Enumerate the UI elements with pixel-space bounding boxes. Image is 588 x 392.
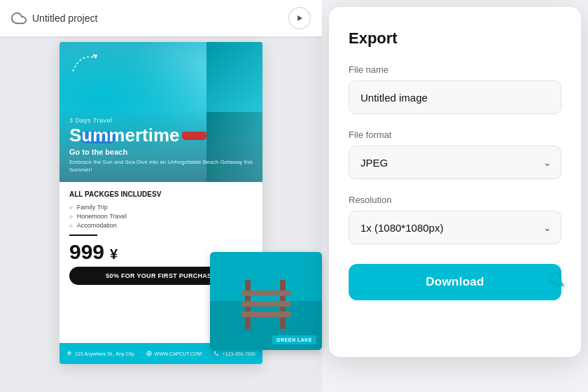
card-overlay-text: 3 Days Travel Summertime Go to the beach…: [59, 108, 262, 182]
play-button[interactable]: [288, 7, 311, 29]
card-top-image: 3 Days Travel Summertime Go to the beach…: [59, 42, 262, 182]
dashed-arrow-icon: [69, 50, 104, 78]
file-format-label: File format: [349, 130, 561, 140]
svg-rect-9: [241, 301, 290, 307]
footer-phone-text: +123-456-7890: [222, 351, 255, 356]
packages-title: ALL PACKGES INCLUDESV: [69, 190, 253, 198]
list-item: Family Trip: [69, 204, 253, 211]
canvas-area: Untitled project: [0, 0, 322, 392]
resolution-select-wrapper: 1x (1080*1080px) 2x (2160*2160px) 0.5x (…: [349, 211, 561, 244]
list-item: Accomodation: [69, 222, 253, 229]
footer-address: 123 Anywhere St., Any City: [66, 351, 134, 356]
svg-rect-8: [241, 290, 290, 296]
footer-website: WWW.CAPCUT.COM: [146, 351, 202, 356]
green-lake-badge: GREEN LAKE: [272, 335, 316, 344]
globe-icon: [146, 351, 152, 356]
resolution-select[interactable]: 1x (1080*1080px) 2x (2160*2160px) 0.5x (…: [349, 211, 561, 244]
svg-marker-0: [298, 15, 302, 21]
svg-point-2: [69, 352, 71, 354]
cloud-icon: [11, 10, 27, 26]
beach-description: Embrace the Sun and Sea Dive into an Unf…: [69, 158, 253, 174]
top-bar: Untitled project: [0, 0, 322, 36]
resolution-label: Resolution: [349, 195, 561, 205]
bottom-right-image: GREEN LAKE: [210, 252, 322, 350]
packages-list: Family Trip Honemoon Travel Accomodation: [69, 204, 253, 229]
export-panel: Export File name File format JPEG PNG PD…: [329, 7, 581, 357]
summertime-title: Summertime: [69, 125, 253, 146]
file-format-select[interactable]: JPEG PNG PDF SVG: [349, 146, 561, 179]
divider-line: [69, 234, 97, 236]
list-item: Honemoon Travel: [69, 213, 253, 220]
travel-label: 3 Days Travel: [69, 117, 253, 124]
svg-marker-1: [92, 55, 97, 59]
location-icon: [66, 351, 72, 356]
export-title: Export: [349, 29, 561, 48]
project-title: Untitled project: [32, 13, 97, 24]
file-name-label: File name: [349, 64, 561, 75]
top-bar-left: Untitled project: [11, 10, 97, 26]
side-image-1: [206, 42, 262, 112]
price-currency: ¥: [110, 246, 118, 262]
price-amount: 999: [69, 241, 104, 262]
file-format-wrapper: JPEG PNG PDF SVG ⌄: [349, 146, 561, 179]
footer-website-text: WWW.CAPCUT.COM: [155, 351, 202, 356]
phone-icon: [214, 351, 219, 356]
svg-rect-10: [241, 312, 290, 317]
footer-address-text: 123 Anywhere St., Any City: [75, 351, 134, 356]
footer-phone: +123-456-7890: [214, 351, 255, 356]
play-icon: [295, 14, 304, 22]
download-button[interactable]: Download: [349, 264, 561, 300]
file-name-input[interactable]: [349, 80, 561, 114]
beach-subtitle: Go to the beach: [69, 148, 253, 156]
